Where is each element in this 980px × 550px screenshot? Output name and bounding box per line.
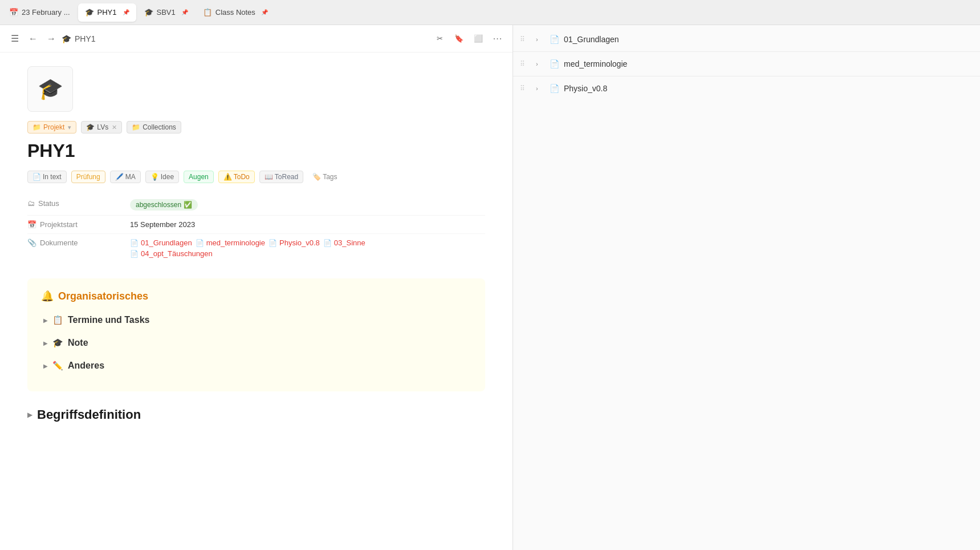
panel-pdf-icon-0: 📄 — [550, 35, 559, 44]
sub-section-note-header[interactable]: ▶ 🎓 Note — [41, 334, 471, 351]
status-icon: 🗂 — [27, 199, 35, 208]
more-btn-2[interactable]: ··· — [961, 82, 973, 95]
filter-pruefung[interactable]: Prüfung — [71, 171, 105, 183]
more-btn-0[interactable]: ··· — [961, 33, 973, 46]
doc-item-0[interactable]: 📄 01_Grundlagen — [130, 238, 192, 247]
tab-phy1-label: PHY1 — [97, 8, 117, 17]
back-button[interactable]: ← — [25, 31, 41, 47]
prop-dokumente-label: 📎 Dokumente — [27, 238, 130, 247]
doc-item-3[interactable]: 📄 03_Sinne — [323, 238, 365, 247]
bookmark-button[interactable]: 🔖 — [451, 31, 467, 47]
menu-button[interactable]: ☰ — [7, 31, 23, 47]
doc-list-2: 📄 04_opt_Täuschungen — [130, 249, 485, 258]
prop-projektstart-value[interactable]: 15 September 2023 — [130, 220, 485, 229]
forward-button[interactable]: → — [43, 31, 59, 47]
close-btn-0[interactable]: ✕ — [946, 33, 958, 46]
layout-button[interactable]: ⬜ — [470, 31, 486, 47]
toolbar-page-title: PHY1 — [75, 34, 96, 43]
prop-status-value[interactable]: abgeschlossen ✅ — [130, 199, 485, 211]
projektstart-icon: 📅 — [27, 220, 36, 229]
section-organisatorisches-label: Organisatorisches — [58, 290, 148, 302]
filter-toread[interactable]: 📖 ToRead — [259, 171, 303, 183]
sub-section-termine: ▶ 📋 Termine und Tasks — [41, 312, 471, 329]
panel-row-med-terminologie[interactable]: ⠿ › 📄 med_terminologie ⤢ ✕ ··· — [513, 54, 980, 74]
panel-row-title-2: Physio_v0.8 — [564, 84, 926, 93]
bell-icon: 🔔 — [41, 290, 54, 302]
sub-section-anderes-header[interactable]: ▶ ✏️ Anderes — [41, 357, 471, 374]
tab-classnotes[interactable]: 📋 Class Notes 📌 — [196, 3, 275, 22]
filter-ma[interactable]: 🖊️ MA — [110, 171, 141, 183]
prop-projektstart-label: 📅 Projektstart — [27, 220, 130, 229]
tag-lvs-remove[interactable]: ✕ — [112, 124, 117, 131]
classnotes-pin-icon: 📌 — [261, 9, 268, 15]
begriffsdefinition-label: Begriffsdefinition — [37, 407, 141, 422]
panel-row-title-1: med_terminologie — [564, 59, 926, 68]
prop-status-label: 🗂 Status — [27, 199, 130, 208]
filter-pruefung-label: Prüfung — [76, 173, 100, 181]
prop-dokumente-row: 📎 Dokumente 📄 01_Grundlagen 📄 med_termin… — [27, 234, 485, 262]
doc-list: 📄 01_Grundlagen 📄 med_terminologie 📄 Phy… — [130, 238, 485, 247]
status-badge-label: abgeschlossen — [136, 201, 181, 209]
tab-phy1[interactable]: 🎓 PHY1 📌 — [78, 3, 136, 22]
filter-row: 📄 In text Prüfung 🖊️ MA 💡 Idee Augen — [27, 171, 485, 183]
close-btn-2[interactable]: ✕ — [946, 82, 958, 95]
panel-pdf-icon-2: 📄 — [550, 84, 559, 93]
panel-row-01grundlagen[interactable]: ⠿ › 📄 01_Grundlagen ⤢ ✕ ··· — [513, 30, 980, 49]
tab-date[interactable]: 📅 23 February ... — [2, 3, 77, 22]
filter-toread-label: ToRead — [275, 173, 298, 181]
more-button[interactable]: ··· — [490, 31, 506, 47]
drag-handle-1: ⠿ — [520, 60, 531, 68]
doc-item-4[interactable]: 📄 04_opt_Täuschungen — [130, 249, 485, 258]
filter-tags[interactable]: 🏷️ Tags — [308, 171, 341, 183]
termine-icon: 📋 — [52, 315, 63, 325]
section-organisatorisches: 🔔 Organisatorisches ▶ 📋 Termine und Task… — [27, 278, 485, 391]
panel-pdf-icon-1: 📄 — [550, 59, 559, 68]
tag-projekt-remove[interactable]: ▾ — [68, 124, 71, 131]
tags-row: 📁 Projekt ▾ 🎓 LVs ✕ 📁 Collections — [27, 121, 485, 134]
doc-item-2[interactable]: 📄 Physio_v0.8 — [269, 238, 320, 247]
termine-chevron-icon: ▶ — [43, 317, 48, 323]
panel-row-title-0: 01_Grundlagen — [564, 35, 926, 44]
more-btn-1[interactable]: ··· — [961, 58, 973, 70]
tag-lvs[interactable]: 🎓 LVs ✕ — [81, 121, 122, 134]
status-check-icon: ✅ — [184, 201, 192, 209]
doc-item-1[interactable]: 📄 med_terminologie — [196, 238, 265, 247]
panel-row-physio-v08[interactable]: ⠿ › 📄 Physio_v0.8 ⤢ ✕ ··· — [513, 79, 980, 98]
calendar-icon: 📅 — [9, 8, 18, 17]
filter-ma-label: MA — [125, 173, 136, 181]
page-title: PHY1 — [27, 140, 485, 161]
panel-divider-1 — [513, 76, 980, 76]
anderes-chevron-icon: ▶ — [43, 363, 48, 369]
sbv1-icon: 🎓 — [144, 8, 153, 17]
filter-intext[interactable]: 📄 In text — [27, 171, 67, 183]
section-begriffsdefinition[interactable]: ▶ Begriffsdefinition — [27, 403, 485, 427]
pdf-icon-3: 📄 — [323, 239, 332, 247]
close-btn-1[interactable]: ✕ — [946, 58, 958, 70]
idee-icon: 💡 — [151, 173, 159, 181]
tab-date-label: 23 February ... — [22, 8, 70, 17]
expand-btn-1[interactable]: ⤢ — [931, 58, 944, 70]
filter-intext-label: In text — [43, 173, 62, 181]
note-icon: 🎓 — [52, 338, 63, 348]
note-chevron-icon: ▶ — [43, 340, 48, 346]
tag-projekt-label: Projekt — [43, 123, 64, 131]
tab-classnotes-label: Class Notes — [215, 8, 255, 17]
filter-todo[interactable]: ⚠️ ToDo — [218, 171, 255, 183]
tag-collections[interactable]: 📁 Collections — [127, 121, 181, 134]
sub-section-termine-header[interactable]: ▶ 📋 Termine und Tasks — [41, 312, 471, 329]
toolbar: ☰ ← → 🎓 PHY1 ✂ 🔖 ⬜ ··· — [0, 25, 513, 52]
todo-icon: ⚠️ — [223, 173, 232, 181]
expand-chevron-1: › — [536, 60, 545, 67]
expand-btn-2[interactable]: ⤢ — [931, 82, 944, 95]
tab-sbv1[interactable]: 🎓 SBV1 📌 — [137, 3, 195, 22]
filter-augen[interactable]: Augen — [184, 171, 214, 183]
tag-projekt[interactable]: 📁 Projekt ▾ — [27, 121, 76, 134]
pdf-icon-1: 📄 — [196, 239, 204, 247]
doc-name-0: 01_Grundlagen — [141, 238, 192, 247]
filter-todo-label: ToDo — [234, 173, 250, 181]
filter-idee[interactable]: 💡 Idee — [145, 171, 179, 183]
scissors-button[interactable]: ✂ — [432, 31, 448, 47]
expand-btn-0[interactable]: ⤢ — [931, 33, 944, 46]
main-layout: ☰ ← → 🎓 PHY1 ✂ 🔖 ⬜ ··· 🎓 — [0, 25, 980, 550]
phy1-pin-icon: 📌 — [123, 9, 129, 15]
